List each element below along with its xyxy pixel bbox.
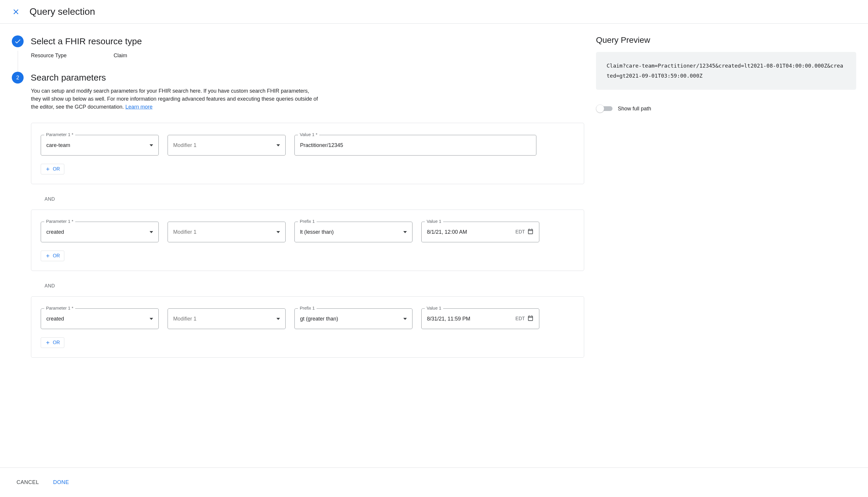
and-separator: AND — [31, 189, 584, 210]
prefix-input[interactable]: gt (greater than) — [294, 309, 413, 329]
value-suffix: EDT — [516, 316, 525, 322]
show-full-path-label: Show full path — [618, 106, 651, 112]
query-preview-title: Query Preview — [596, 36, 856, 45]
value-suffix: EDT — [516, 229, 525, 235]
chevron-down-icon — [276, 318, 280, 320]
and-separator: AND — [31, 276, 584, 296]
or-label: OR — [53, 340, 60, 345]
dialog-title: Query selection — [29, 6, 95, 17]
step2-title: Search parameters — [31, 73, 106, 83]
modifier-input[interactable]: Modifier 1 — [168, 222, 286, 242]
search-param-group: Parameter 1 * care-team Modifier 1 Value… — [31, 123, 584, 184]
parameter-input[interactable]: created — [41, 222, 159, 242]
chevron-down-icon — [149, 144, 153, 146]
modifier-input[interactable]: Modifier 1 — [168, 135, 286, 156]
value-value: Practitioner/12345 — [300, 142, 531, 148]
resource-type-label: Resource Type — [31, 53, 96, 59]
calendar-icon[interactable] — [527, 228, 534, 236]
parameter-input[interactable]: created — [41, 309, 159, 329]
query-preview-text: Claim?care-team=Practitioner/12345&creat… — [596, 52, 856, 90]
or-label: OR — [53, 253, 60, 258]
resource-type-value: Claim — [114, 53, 127, 59]
show-full-path-toggle[interactable] — [596, 104, 612, 113]
step1-check-icon — [12, 36, 24, 47]
value-value: 8/31/21, 11:59 PM — [427, 316, 513, 322]
calendar-icon[interactable] — [527, 315, 534, 323]
modifier-input[interactable]: Modifier 1 — [168, 309, 286, 329]
add-or-button[interactable]: OR — [41, 337, 64, 348]
dialog-header: Query selection — [0, 0, 868, 24]
parameter-value: care-team — [46, 142, 145, 148]
parameter-value: created — [46, 316, 145, 322]
prefix-label: Prefix 1 — [298, 219, 317, 224]
modifier-value: Modifier 1 — [173, 229, 272, 235]
search-param-group: Parameter 1 * created Modifier 1 Prefix … — [31, 210, 584, 271]
or-label: OR — [53, 167, 60, 172]
parameter-label: Parameter 1 * — [44, 219, 75, 224]
value-input[interactable]: Practitioner/12345 — [294, 135, 536, 156]
value-label: Value 1 — [425, 306, 443, 311]
chevron-down-icon — [149, 231, 153, 233]
parameter-label: Parameter 1 * — [44, 132, 75, 137]
add-or-button[interactable]: OR — [41, 251, 64, 261]
add-or-button[interactable]: OR — [41, 164, 64, 174]
value-input[interactable]: 8/1/21, 12:00 AM EDT — [421, 222, 539, 242]
modifier-value: Modifier 1 — [173, 316, 272, 322]
value-input[interactable]: 8/31/21, 11:59 PM EDT — [421, 309, 539, 329]
prefix-value: gt (greater than) — [300, 316, 399, 322]
value-label: Value 1 * — [298, 132, 319, 137]
chevron-down-icon — [149, 318, 153, 320]
chevron-down-icon — [276, 144, 280, 146]
modifier-value: Modifier 1 — [173, 142, 272, 148]
prefix-label: Prefix 1 — [298, 306, 317, 311]
value-value: 8/1/21, 12:00 AM — [427, 229, 513, 235]
parameter-value: created — [46, 229, 145, 235]
step1-title: Select a FHIR resource type — [31, 36, 142, 46]
parameter-input[interactable]: care-team — [41, 135, 159, 156]
prefix-input[interactable]: lt (lesser than) — [294, 222, 413, 242]
value-label: Value 1 — [425, 219, 443, 224]
parameter-label: Parameter 1 * — [44, 306, 75, 311]
prefix-value: lt (lesser than) — [300, 229, 399, 235]
learn-more-link[interactable]: Learn more — [126, 104, 153, 110]
chevron-down-icon — [403, 318, 407, 320]
search-param-group: Parameter 1 * created Modifier 1 Prefix … — [31, 296, 584, 358]
step2-description: You can setup and modify search paramete… — [31, 87, 320, 111]
step2-badge: 2 — [12, 72, 24, 84]
chevron-down-icon — [276, 231, 280, 233]
close-icon[interactable] — [12, 8, 20, 16]
chevron-down-icon — [403, 231, 407, 233]
